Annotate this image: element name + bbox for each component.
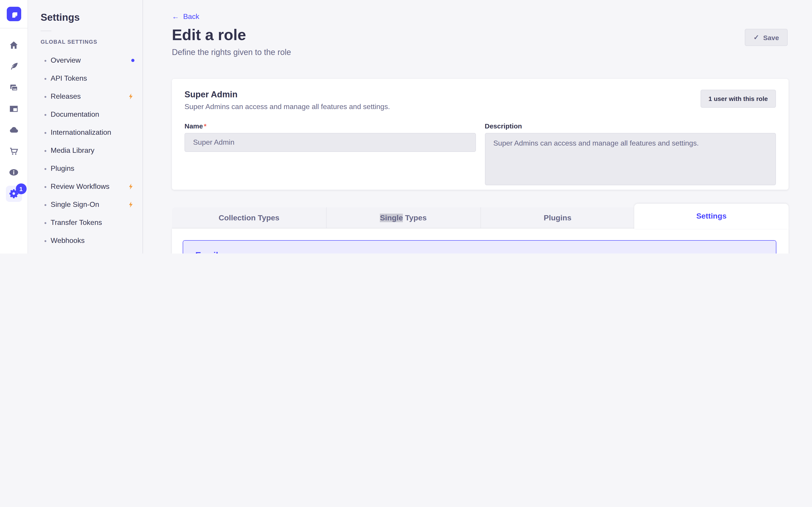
email-accordion-header[interactable]: Email Permissions settings for the email… [183,241,776,253]
name-input[interactable]: Super Admin [185,133,476,152]
role-details-card: Super Admin Super Admins can access and … [172,79,789,190]
page-title: Edit a role [172,26,246,44]
settings-sidebar: Settings GLOBAL SETTINGS • Overview • AP… [28,0,143,253]
bullet-icon: • [44,129,47,136]
sidebar-item-media-library[interactable]: • Media Library [28,142,143,160]
bullet-icon: • [44,165,47,172]
settings-tab-panel: Email Permissions settings for the email… [172,228,789,253]
sidebar-item-overview[interactable]: • Overview [28,51,143,69]
content-type-builder-icon[interactable] [3,98,24,119]
tab-single-types[interactable]: Single Types [326,207,480,228]
email-accordion-title: Email [195,250,776,253]
bullet-icon: • [44,93,47,100]
marketplace-icon[interactable] [3,140,24,162]
settings-rail-item[interactable]: 1 [3,183,24,204]
sidebar-item-api-tokens[interactable]: • API Tokens [28,69,143,88]
lightning-icon [127,93,135,100]
users-with-role-button[interactable]: 1 user with this role [700,90,776,108]
bullet-icon: • [44,237,47,244]
section-global-settings: GLOBAL SETTINGS [41,39,143,45]
sidebar-item-internationalization[interactable]: • Internationalization [28,123,143,142]
app-screen: 1 KD Settings GLOBAL SETTINGS • Overview… [0,0,812,253]
bullet-icon: • [44,201,47,209]
bullet-icon: • [44,147,47,154]
page-subtitle: Define the rights given to the role [172,48,291,57]
tab-settings[interactable]: Settings [634,204,789,229]
notification-badge: 1 [15,183,27,194]
bullet-icon: • [44,111,47,118]
cloud-icon[interactable] [3,119,24,140]
description-textarea[interactable]: Super Admins can access and manage all f… [485,133,776,185]
back-label: Back [183,13,199,21]
check-icon: ✓ [753,33,759,42]
sidebar-item-single-sign-on[interactable]: • Single Sign-On [28,195,143,214]
sidebar-title: Settings [41,12,143,23]
tab-collection-types[interactable]: Collection Types [172,207,326,228]
sidebar-item-releases[interactable]: • Releases [28,88,143,105]
tab-plugins[interactable]: Plugins [480,207,635,228]
bullet-icon: • [44,219,47,226]
lightning-icon [127,183,135,190]
required-asterisk: * [204,122,207,130]
strapi-logo[interactable] [6,7,21,21]
name-field-label: Name* [185,122,476,130]
home-icon[interactable] [3,35,24,56]
permissions-tabpanel: Collection Types Single Types Plugins Se… [172,204,789,253]
save-button[interactable]: ✓ Save [745,29,788,46]
lightning-icon [127,201,135,208]
role-description-text: Super Admins can access and manage all f… [185,103,390,111]
bullet-icon: • [44,183,47,190]
strapi-logo-icon [9,9,19,19]
sidebar-item-review-workflows[interactable]: • Review Workflows [28,178,143,195]
role-name-heading: Super Admin [185,90,390,100]
rail-divider [0,28,28,29]
content-manager-icon[interactable] [3,56,24,77]
icon-rail: 1 KD [0,0,28,253]
sidebar-item-webhooks[interactable]: • Webhooks [28,232,143,250]
media-library-icon[interactable] [3,77,24,98]
sidebar-title-divider [41,31,51,31]
sidebar-item-documentation[interactable]: • Documentation [28,105,143,123]
back-arrow-icon: ← [172,13,179,21]
email-permissions-accordion: Email Permissions settings for the email… [183,240,776,253]
description-field-label: Description [485,122,776,130]
information-icon[interactable] [3,162,24,183]
bullet-icon: • [44,74,47,82]
notification-dot-icon [131,59,135,62]
back-link[interactable]: ← Back [172,13,199,21]
selected-text-highlight: Single [380,213,403,222]
sidebar-item-plugins[interactable]: • Plugins [28,160,143,178]
sidebar-item-transfer-tokens[interactable]: • Transfer Tokens [28,214,143,232]
bullet-icon: • [44,57,47,64]
